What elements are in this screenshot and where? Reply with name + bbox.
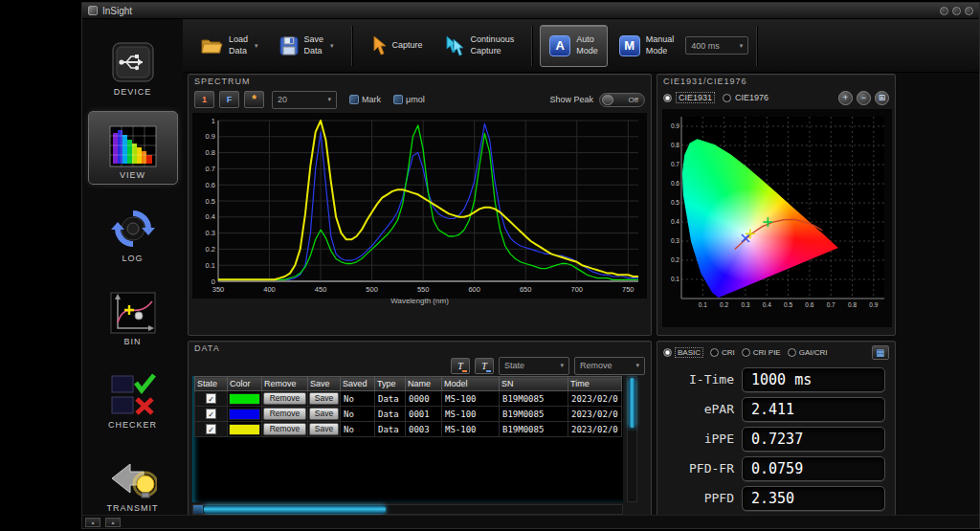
col-type[interactable]: Type: [375, 377, 406, 391]
maximize-button[interactable]: [952, 7, 961, 15]
statusbar-tab-2[interactable]: ▴: [105, 518, 121, 527]
text-tool-2-button[interactable]: T: [475, 358, 494, 374]
umol-toggle[interactable]: μmol: [393, 95, 425, 104]
spectrum-tool-1-button[interactable]: 1: [194, 91, 214, 108]
points-dropdown[interactable]: 20 ▾: [272, 91, 337, 109]
integration-time-value: 400 ms: [691, 41, 720, 51]
col-state[interactable]: State: [195, 377, 228, 391]
svg-text:0.8: 0.8: [206, 148, 215, 157]
statusbar: ▴ ▴: [82, 515, 979, 528]
horizontal-scrollbar[interactable]: [192, 504, 623, 515]
save-row-button[interactable]: Save: [309, 423, 339, 435]
table-row: ✓ Remove Save No Data 0000 MS-100 B19M00…: [195, 391, 622, 407]
save-row-button[interactable]: Save: [309, 392, 339, 405]
usb-device-icon: [110, 40, 156, 84]
cie1931-label: CIE1931: [676, 92, 715, 103]
sidebar-item-checker[interactable]: CHECKER: [88, 361, 178, 434]
grid-table-icon[interactable]: ▦: [872, 345, 889, 360]
radio-icon: [788, 348, 796, 357]
scrollbar-thumb[interactable]: [204, 505, 386, 514]
save-data-button[interactable]: Save Data ▾: [270, 25, 344, 67]
save-row-button[interactable]: Save: [309, 408, 339, 420]
sidebar-item-label: VIEW: [120, 170, 145, 180]
tab-gai-cri[interactable]: GAI/CRI: [788, 348, 828, 357]
result-row: PPFD 2.350: [659, 486, 885, 510]
svg-text:0.1: 0.1: [206, 261, 215, 270]
text-tool-1-button[interactable]: T: [451, 358, 470, 374]
col-name[interactable]: Name: [406, 377, 442, 391]
state-menu-dropdown[interactable]: State ▾: [499, 357, 569, 375]
sidebar-item-bin[interactable]: BIN: [88, 277, 178, 351]
show-peak-toggle[interactable]: Off: [599, 93, 645, 107]
statusbar-tab-1[interactable]: ▴: [85, 518, 100, 527]
capture-cursor-icon: [369, 35, 387, 56]
remove-row-button[interactable]: Remove: [263, 408, 306, 420]
manual-mode-button[interactable]: M Manual Mode: [610, 25, 684, 67]
remove-row-button[interactable]: Remove: [263, 423, 306, 435]
minimize-button[interactable]: [940, 7, 948, 15]
col-remove[interactable]: Remove: [262, 377, 308, 391]
scrollbar-thumb[interactable]: [629, 378, 635, 428]
capture-button[interactable]: Capture: [360, 25, 433, 67]
remove-row-button[interactable]: Remove: [263, 392, 306, 405]
vertical-scrollbar[interactable]: [627, 376, 637, 502]
zoom-in-icon[interactable]: +: [838, 91, 853, 105]
radio-icon: [723, 94, 731, 102]
svg-text:400: 400: [263, 285, 276, 294]
radio-icon: [710, 348, 719, 357]
load-data-button[interactable]: Load Data ▾: [190, 25, 268, 67]
close-button[interactable]: [965, 7, 973, 15]
col-save[interactable]: Save: [308, 377, 341, 391]
col-sn[interactable]: SN: [500, 377, 568, 391]
result-label: I-Time: [659, 372, 734, 387]
cie-panel: CIE1931/CIE1976 CIE1931 CIE1976 + − ⊞ 0.…: [657, 74, 896, 336]
result-row: I-Time 1000 ms: [659, 367, 885, 391]
col-saved[interactable]: Saved: [341, 377, 375, 391]
bin-chart-icon: [110, 292, 156, 334]
sidebar-item-view[interactable]: VIEW: [88, 111, 178, 185]
integration-time-dropdown[interactable]: 400 ms ▾: [685, 36, 748, 55]
floppy-disk-icon: [279, 36, 299, 55]
radio-icon: [742, 348, 750, 357]
cell-saved: No: [341, 422, 375, 437]
sidebar-item-log[interactable]: LOG: [88, 194, 178, 268]
cell-model: MS-100: [442, 391, 500, 407]
col-time[interactable]: Time: [568, 377, 622, 391]
data-panel-title: DATA: [189, 342, 651, 355]
spectrum-tool-f-button[interactable]: F: [219, 91, 239, 108]
scroll-left-button[interactable]: [193, 505, 204, 514]
svg-text:1: 1: [212, 117, 215, 125]
cie1931-radio[interactable]: CIE1931: [663, 92, 715, 103]
continuous-capture-button[interactable]: Continuous Capture: [434, 25, 524, 67]
auto-label-line2: Mode: [576, 46, 598, 56]
tab-cri[interactable]: CRI: [710, 348, 735, 357]
checkbox-icon[interactable]: ✓: [206, 393, 216, 404]
expand-icon[interactable]: ⊞: [875, 91, 889, 105]
svg-text:650: 650: [520, 285, 532, 294]
tab-cri-pie[interactable]: CRI PIE: [742, 348, 781, 357]
cell-sn: B19M0085: [500, 407, 568, 422]
checkbox-icon[interactable]: ✓: [206, 409, 216, 419]
checkbox-icon[interactable]: ✓: [206, 424, 216, 434]
svg-text:600: 600: [468, 285, 480, 294]
cie-panel-title: CIE1931/CIE1976: [657, 75, 895, 88]
spectrum-panel: SPECTRUM 1 F * 20 ▾ Mark μmol Show Peak: [188, 74, 652, 336]
remove-menu-dropdown[interactable]: Remove ▾: [574, 357, 645, 375]
sidebar-item-transmit[interactable]: TRANSMIT: [88, 444, 178, 518]
auto-mode-button[interactable]: A Auto Mode: [540, 25, 608, 67]
col-model[interactable]: Model: [442, 377, 500, 391]
sidebar-item-device[interactable]: DEVICE: [88, 28, 178, 101]
show-peak-state: Off: [628, 96, 638, 104]
cie1976-radio[interactable]: CIE1976: [723, 93, 768, 102]
continuous-capture-icon: [444, 35, 465, 56]
mark-toggle[interactable]: Mark: [349, 95, 381, 104]
svg-text:0.3: 0.3: [206, 229, 215, 237]
tab-basic[interactable]: BASIC: [663, 347, 703, 358]
caret-down-icon: ▾: [560, 362, 564, 369]
caret-down-icon: ▾: [330, 42, 334, 50]
transmit-icon: [109, 458, 157, 500]
orange-tick-icon: [462, 370, 467, 372]
col-color[interactable]: Color: [228, 377, 262, 391]
spectrum-tool-star-button[interactable]: *: [244, 91, 264, 108]
zoom-out-icon[interactable]: −: [857, 91, 871, 105]
